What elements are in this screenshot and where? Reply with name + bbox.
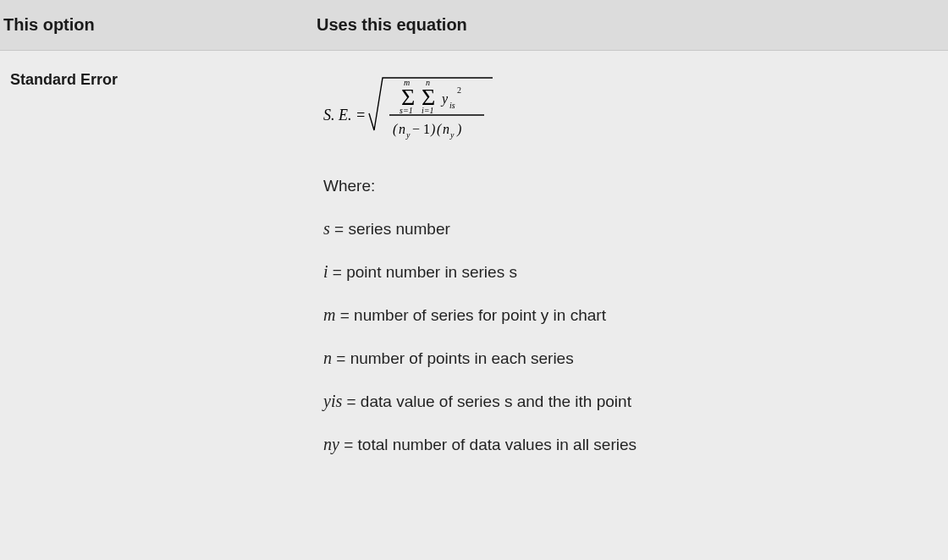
svg-text:): ): [430, 122, 435, 137]
svg-text:n: n: [399, 122, 405, 136]
table-header: This option Uses this equation: [0, 0, 948, 51]
def-symbol: ny: [323, 435, 339, 453]
def-text: = series number: [330, 220, 450, 238]
svg-text:y: y: [449, 130, 455, 140]
se-label: S. E. =: [323, 107, 366, 124]
def-text: = number of series for point y in chart: [335, 306, 605, 324]
def-symbol: n: [323, 349, 332, 367]
svg-text:): ): [456, 122, 461, 137]
svg-text:(: (: [437, 122, 443, 137]
equation-cell: S. E. = Σ m s=1 Σ n i=1 y is 2: [323, 71, 948, 478]
svg-text:(: (: [393, 122, 399, 137]
header-option-col: This option: [0, 15, 317, 35]
svg-text:y: y: [405, 130, 411, 140]
def-text: = number of points in each series: [332, 349, 574, 367]
denominator: ( n y − 1 ) ( n y ): [393, 122, 461, 140]
header-equation-col: Uses this equation: [317, 15, 948, 35]
sum1-lower: s=1: [400, 106, 413, 115]
def-text: = data value of series s and the ith poi…: [342, 393, 631, 410]
option-name: Standard Error: [0, 71, 323, 478]
where-label: Where:: [323, 177, 948, 195]
def-line: m = number of series for point y in char…: [323, 305, 948, 325]
sum1-upper: m: [404, 78, 410, 87]
def-symbol: yis: [323, 392, 342, 410]
def-line: s = series number: [323, 219, 948, 239]
def-line: i = point number in series s: [323, 262, 948, 282]
def-symbol: m: [323, 305, 335, 324]
def-line: ny = total number of data values in all …: [323, 435, 948, 454]
table-row: Standard Error S. E. = Σ m s=1 Σ n i=1: [0, 51, 948, 478]
def-line: n = number of points in each series: [323, 349, 948, 368]
term-sub: is: [449, 101, 455, 110]
sum2-upper: n: [426, 78, 430, 87]
term-sup: 2: [457, 85, 461, 95]
svg-text:−: −: [412, 122, 420, 136]
sum2-lower: i=1: [422, 106, 434, 115]
def-text: = total number of data values in all ser…: [339, 436, 637, 453]
svg-text:1: 1: [423, 122, 430, 136]
def-symbol: s: [323, 219, 330, 238]
def-text: = point number in series s: [328, 263, 517, 281]
svg-text:n: n: [443, 122, 449, 136]
def-line: yis = data value of series s and the ith…: [323, 392, 948, 411]
where-block: Where: s = series number i = point numbe…: [323, 177, 948, 454]
term-base: y: [440, 91, 449, 107]
equation-graphic: S. E. = Σ m s=1 Σ n i=1 y is 2: [323, 71, 948, 151]
